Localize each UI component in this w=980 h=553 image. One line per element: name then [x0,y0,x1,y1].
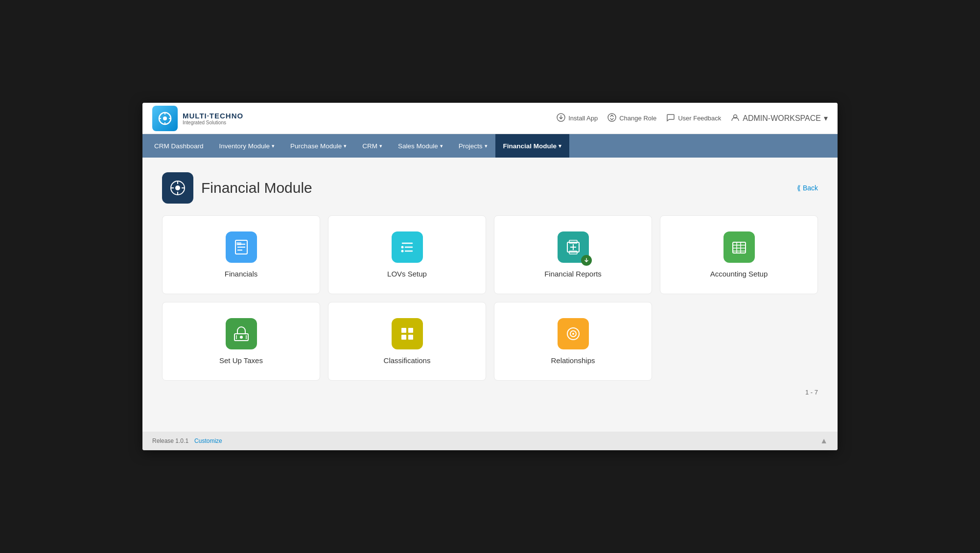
classifications-label: Classifications [384,356,431,365]
nav-label-crm-dashboard: CRM Dashboard [154,142,204,150]
page-title-area: Financial Module [162,172,312,204]
app-window: MULTI·TECHNO Integrated Solutions Instal… [142,103,838,450]
release-label: Release 1.0.1 [152,438,188,444]
card-lovs-setup[interactable]: LOVs Setup [328,215,486,294]
back-icon: ⟪ [797,184,801,192]
footer: Release 1.0.1 Customize ▲ [142,432,838,450]
main-content: Financial Module ⟪ Back Fi [142,158,838,432]
back-label: Back [803,184,818,192]
page-header: Financial Module ⟪ Back [162,172,818,204]
user-feedback-label: User Feedback [678,115,721,122]
svg-point-21 [401,246,403,249]
relationships-icon [558,318,589,349]
accounting-setup-icon [723,231,755,263]
change-role-icon [607,113,616,124]
modules-grid-row2: Set Up Taxes Classifications [162,302,818,381]
financial-reports-badge [581,255,592,266]
projects-chevron: ▾ [485,143,488,149]
financial-reports-label: Financial Reports [544,270,602,278]
nav-item-purchase-module[interactable]: Purchase Module ▾ [282,134,354,158]
card-classifications[interactable]: Classifications [328,302,486,381]
financials-label: Financials [225,270,258,278]
financial-module-chevron: ▾ [559,143,561,149]
modules-grid-row1: Financials LOVs Setup [162,215,818,294]
set-up-taxes-icon [226,318,257,349]
nav-item-projects[interactable]: Projects ▾ [451,134,495,158]
inventory-module-chevron: ▾ [272,143,275,149]
nav-label-projects: Projects [459,142,483,150]
install-app-button[interactable]: Install App [557,113,598,124]
card-financials[interactable]: Financials [162,215,320,294]
financial-reports-icon [558,231,589,263]
top-actions: Install App Change Role User Feedback [557,113,828,124]
nav-item-crm[interactable]: CRM ▾ [354,134,390,158]
install-app-label: Install App [568,115,598,122]
top-bar: MULTI·TECHNO Integrated Solutions Instal… [142,103,838,134]
logo-text: MULTI·TECHNO Integrated Solutions [183,112,243,125]
user-feedback-icon [666,113,675,124]
svg-point-37 [240,336,243,339]
financials-icon [226,231,257,263]
logo-main: MULTI·TECHNO [183,112,243,120]
card-empty [660,302,818,381]
nav-label-financial-module: Financial Module [503,142,557,150]
admin-button[interactable]: ADMIN-WORKSPACE ▾ [731,113,828,124]
nav-item-crm-dashboard[interactable]: CRM Dashboard [146,134,211,158]
footer-left: Release 1.0.1 Customize [152,438,222,444]
logo-icon [152,106,178,131]
card-relationships[interactable]: Relationships [494,302,652,381]
svg-point-46 [572,333,574,335]
nav-item-financial-module[interactable]: Financial Module ▾ [495,134,570,158]
svg-rect-41 [408,328,413,333]
svg-point-1 [163,116,167,120]
classifications-icon [392,318,423,349]
crm-chevron: ▾ [379,143,382,149]
change-role-label: Change Role [619,115,656,122]
svg-rect-19 [236,242,241,245]
purchase-module-chevron: ▾ [344,143,347,149]
nav-label-purchase-module: Purchase Module [290,142,342,150]
user-feedback-button[interactable]: User Feedback [666,113,721,124]
card-accounting-setup[interactable]: Accounting Setup [660,215,818,294]
change-role-button[interactable]: Change Role [607,113,656,124]
nav-label-crm: CRM [362,142,377,150]
relationships-label: Relationships [551,356,595,365]
card-financial-reports[interactable]: Financial Reports [494,215,652,294]
accounting-setup-label: Accounting Setup [710,270,768,278]
admin-label: ADMIN-WORKSPACE [743,114,821,123]
set-up-taxes-label: Set Up Taxes [219,356,263,365]
svg-point-10 [175,185,180,190]
nav-item-sales-module[interactable]: Sales Module ▾ [390,134,451,158]
lovs-setup-label: LOVs Setup [387,270,427,278]
admin-chevron: ▾ [824,114,828,123]
page-title: Financial Module [201,180,312,196]
back-button[interactable]: ⟪ Back [797,184,818,192]
svg-rect-42 [401,335,406,340]
customize-link[interactable]: Customize [194,438,222,444]
financial-module-page-icon [162,172,193,204]
scroll-up-button[interactable]: ▲ [820,437,828,445]
svg-rect-43 [408,335,413,340]
logo-area: MULTI·TECHNO Integrated Solutions [152,106,243,131]
card-set-up-taxes[interactable]: Set Up Taxes [162,302,320,381]
svg-rect-40 [401,328,406,333]
admin-icon [731,113,740,124]
install-app-icon [557,113,565,124]
sales-module-chevron: ▾ [440,143,443,149]
lovs-setup-icon [392,231,423,263]
nav-bar: CRM Dashboard Inventory Module ▾ Purchas… [142,134,838,158]
nav-item-inventory-module[interactable]: Inventory Module ▾ [211,134,283,158]
nav-label-sales-module: Sales Module [398,142,438,150]
pagination-info: 1 - 7 [162,389,818,396]
svg-point-23 [401,250,403,253]
logo-sub: Integrated Solutions [183,120,243,125]
nav-label-inventory-module: Inventory Module [219,142,270,150]
